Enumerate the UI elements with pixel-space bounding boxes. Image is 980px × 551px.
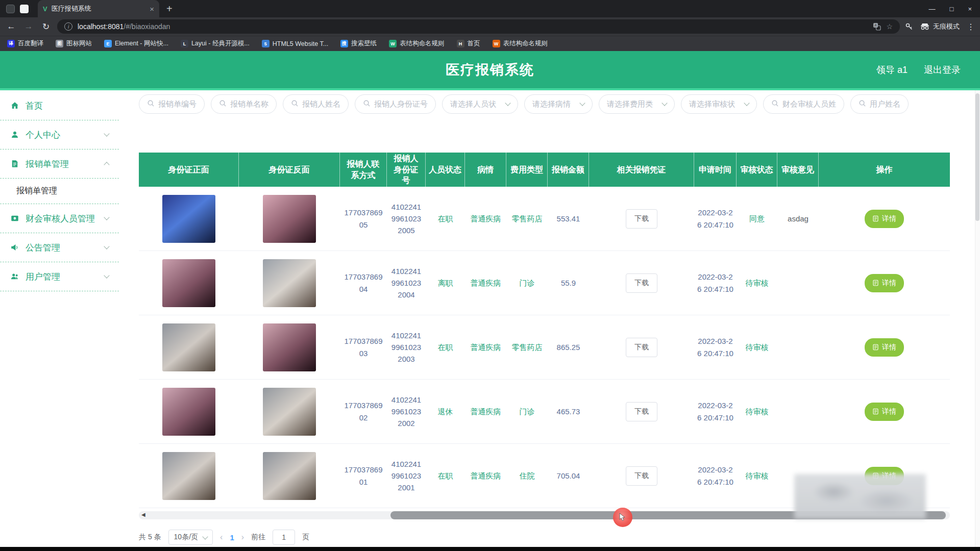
vertical-scrollbar-thumb[interactable] (975, 93, 979, 221)
next-page-button[interactable]: › (241, 533, 244, 542)
site-info-icon[interactable]: i (64, 22, 72, 31)
incognito-label: 无痕模式 (933, 22, 960, 31)
key-icon[interactable] (905, 22, 913, 31)
bookmark-item[interactable]: LLayui - 经典开源模... (181, 39, 250, 48)
filter-select-6[interactable]: 请选择费用类 (599, 94, 675, 114)
chevron-down-icon (505, 100, 510, 106)
filter-select-7[interactable]: 请选择审核状 (681, 94, 757, 114)
site-favicon: V (43, 5, 47, 13)
cell-audit_status: 待审核 (737, 277, 777, 289)
filter-select-5[interactable]: 请选择病情 (524, 94, 593, 114)
bookmark-item[interactable]: W表结构命名规则 (493, 39, 548, 48)
pinned-tab-icon[interactable] (6, 5, 15, 13)
bookmark-item[interactable]: H首页 (457, 39, 480, 48)
cell-apply_time: 2022-03-26 20:47:10 (694, 335, 737, 359)
download-button[interactable]: 下载 (626, 466, 657, 486)
detail-button[interactable]: 详情 (865, 274, 904, 292)
bookmark-item[interactable]: 图图标网站 (56, 39, 92, 48)
current-user[interactable]: 领导 a1 (876, 64, 908, 76)
cell-text: 410224199610232001 (390, 458, 423, 494)
filter-select-4[interactable]: 请选择人员状 (442, 94, 518, 114)
pagination: 共 5 条 10条/页 ‹ 1 › 前往 页 (139, 530, 980, 545)
sidebar-item-4[interactable]: 公告管理 (0, 233, 119, 262)
browser-menu-icon[interactable]: ⋮ (967, 22, 975, 32)
id-card-back-photo (263, 323, 316, 371)
cell-text: 410224199610232004 (390, 265, 423, 301)
tab-close-icon[interactable]: × (150, 5, 154, 13)
cell-text: 门诊 (520, 406, 535, 417)
detail-button[interactable]: 详情 (865, 338, 904, 357)
download-button[interactable]: 下载 (626, 338, 657, 357)
id-card-back-photo (263, 259, 316, 307)
current-page[interactable]: 1 (230, 533, 234, 542)
detail-icon (872, 280, 879, 286)
page-size-select[interactable]: 10条/页 (168, 530, 213, 545)
cell-audit_status: 同意 (737, 213, 777, 224)
id-card-front-photo (162, 259, 215, 307)
bookmarks-bar: 译百度翻译图图标网站EElement - 网站快...LLayui - 经典开源… (0, 36, 980, 51)
logout-link[interactable]: 退出登录 (924, 64, 961, 76)
bookmark-star-icon[interactable]: ☆ (886, 22, 893, 31)
cell-illness: 普通疾病 (465, 277, 506, 289)
window-close-button[interactable]: × (968, 5, 972, 13)
users-icon (10, 272, 19, 281)
tab-title: 医疗报销系统 (52, 4, 146, 13)
sidebar-item-3[interactable]: 财会审核人员管理 (0, 204, 119, 233)
filter-input-2[interactable]: 报销人姓名 (283, 94, 349, 114)
cell-text: 退休 (438, 406, 453, 417)
filter-placeholder: 请选择人员状 (450, 99, 496, 109)
sidebar-item-label: 财会审核人员管理 (26, 213, 95, 224)
forward-icon[interactable]: → (22, 21, 35, 32)
sidebar-item-0[interactable]: 首页 (0, 91, 119, 120)
cell-status: 在职 (426, 213, 465, 224)
sidebar-item-1[interactable]: 个人中心 (0, 120, 119, 149)
table-column-header: 报销人联系方式 (340, 153, 387, 187)
cell-text: 普通疾病 (471, 470, 501, 482)
window-minimize-button[interactable]: — (929, 5, 936, 13)
download-button[interactable]: 下载 (626, 273, 657, 293)
bookmark-item[interactable]: 5HTML5 Website T... (262, 40, 328, 47)
detail-icon (872, 408, 879, 415)
table-column-header: 操作 (819, 153, 950, 187)
bookmark-item[interactable]: EElement - 网站快... (104, 39, 168, 48)
sidebar-item-5[interactable]: 用户管理 (0, 262, 119, 291)
cell-photo_front (139, 259, 239, 307)
new-tab-button[interactable]: + (166, 3, 173, 15)
bookmark-item[interactable]: 译百度翻译 (7, 39, 43, 48)
search-icon (859, 99, 866, 109)
svg-text:A: A (875, 23, 877, 27)
prev-page-button[interactable]: ‹ (220, 533, 223, 542)
filter-input-9[interactable]: 用户姓名 (850, 94, 909, 114)
bookmark-label: 表结构命名规则 (503, 39, 548, 48)
download-button[interactable]: 下载 (626, 402, 657, 421)
detail-button[interactable]: 详情 (865, 210, 904, 228)
detail-button[interactable]: 详情 (865, 403, 904, 421)
cell-apply_time: 2022-03-26 20:47:10 (694, 271, 737, 295)
pinned-tab-icon-2[interactable] (20, 5, 29, 13)
browser-tab[interactable]: V 医疗报销系统 × (38, 0, 159, 17)
sidebar-item-2[interactable]: 报销单管理 (0, 149, 119, 179)
reload-icon[interactable]: ↻ (40, 21, 52, 32)
filter-input-1[interactable]: 报销单名称 (211, 94, 277, 114)
back-icon[interactable]: ← (5, 21, 17, 32)
sidebar-subitem[interactable]: 报销单管理 (0, 179, 119, 204)
cell-id_number: 410224199610232003 (387, 330, 426, 365)
translate-icon[interactable]: A (873, 22, 881, 31)
cell-text: 普通疾病 (471, 277, 501, 289)
table-column-header: 报销金额 (548, 153, 589, 187)
window-maximize-button[interactable]: □ (950, 5, 954, 13)
cell-text: 2022-03-26 20:47:10 (697, 399, 733, 423)
vertical-scrollbar[interactable] (975, 90, 980, 547)
bookmark-item[interactable]: 搜搜索壁纸 (340, 39, 377, 48)
filter-input-0[interactable]: 报销单编号 (139, 94, 205, 114)
bookmark-label: 百度翻译 (18, 39, 43, 48)
filter-input-3[interactable]: 报销人身份证号 (355, 94, 436, 114)
bookmark-item[interactable]: W表结构命名规则 (389, 39, 445, 48)
cell-fee_type: 零售药店 (506, 341, 548, 353)
filter-input-8[interactable]: 财会审核人员姓 (763, 94, 844, 114)
goto-page-input[interactable] (273, 530, 295, 545)
cell-text: 住院 (520, 470, 535, 482)
download-button[interactable]: 下载 (626, 209, 657, 229)
chevron-down-icon (662, 100, 667, 106)
address-bar[interactable]: i localhost:8081/#/biaoxiaodan A ☆ (57, 19, 900, 34)
